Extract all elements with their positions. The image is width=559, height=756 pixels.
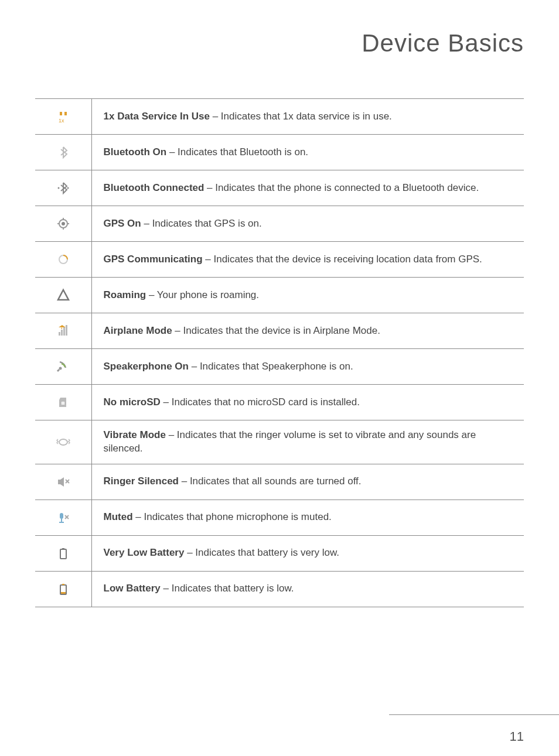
table-row: 1x Data Service In Use – Indicates that … [35,99,524,135]
term-description: Indicates that 1x data service is in use… [221,111,392,122]
icon-cell [35,420,91,464]
term-label: No microSD [104,396,161,408]
term-description: Indicates that all sounds are turned off… [190,476,362,487]
description-cell: Bluetooth On – Indicates that Bluetooth … [91,135,524,170]
icon-cell [35,278,91,313]
description-cell: Airplane Mode – Indicates that the devic… [91,313,524,349]
term-label: Muted [104,511,133,522]
icon-cell [35,500,91,535]
data-1x-icon [54,107,73,126]
no-microsd-icon [54,393,73,412]
page-number: 11 [510,729,524,744]
table-row: Vibrate Mode – Indicates that the ringer… [35,420,524,464]
term-label: Airplane Mode [104,325,172,336]
term-description: Indicates that GPS is on. [152,218,262,229]
description-cell: Very Low Battery – Indicates that batter… [91,535,524,571]
description-cell: 1x Data Service In Use – Indicates that … [91,99,524,135]
roaming-icon [54,286,73,305]
footer-line [389,714,559,715]
description-cell: Muted – Indicates that phone microphone … [91,500,524,535]
vibrate-icon [54,433,73,451]
term-label: Very Low Battery [104,547,185,558]
icon-cell [35,385,91,420]
icon-cell [35,464,91,500]
table-row: Roaming – Your phone is roaming. [35,278,524,313]
icon-cell [35,571,91,607]
icon-cell [35,170,91,206]
term-label: Roaming [104,289,146,300]
table-row: No microSD – Indicates that no microSD c… [35,385,524,420]
term-label: Bluetooth Connected [104,182,204,193]
term-label: GPS Communicating [104,254,203,265]
term-description: Indicates that battery is low. [172,583,294,594]
term-description: Indicates that Bluetooth is on. [178,146,308,158]
table-row: Very Low Battery – Indicates that batter… [35,535,524,571]
term-label: 1x Data Service In Use [104,111,210,122]
term-description: Indicates that the device is receiving l… [213,254,482,265]
description-cell: Bluetooth Connected – Indicates that the… [91,170,524,206]
low-battery-icon [54,580,73,598]
table-row: Speakerphone On – Indicates that Speaker… [35,349,524,385]
icon-cell [35,313,91,349]
description-cell: Speakerphone On – Indicates that Speaker… [91,349,524,385]
ringer-silenced-icon [54,473,73,491]
term-description: Indicates that no microSD card is instal… [172,396,360,408]
term-label: Vibrate Mode [104,429,166,440]
very-low-battery-icon [54,544,73,563]
page-title: Device Basics [0,0,559,57]
status-icon-table: 1x Data Service In Use – Indicates that … [35,98,524,607]
description-cell: Low Battery – Indicates that battery is … [91,571,524,607]
term-label: Bluetooth On [104,146,167,158]
term-label: Low Battery [104,583,161,594]
table-row: GPS On – Indicates that GPS is on. [35,206,524,242]
bluetooth-icon [54,143,73,162]
icon-cell [35,535,91,571]
term-description: Your phone is roaming. [157,289,259,300]
description-cell: Roaming – Your phone is roaming. [91,278,524,313]
description-cell: Vibrate Mode – Indicates that the ringer… [91,420,524,464]
gps-communicating-icon [54,250,73,269]
term-label: Speakerphone On [104,361,189,372]
table-row: Low Battery – Indicates that battery is … [35,571,524,607]
icon-cell [35,242,91,278]
description-cell: Ringer Silenced – Indicates that all sou… [91,464,524,500]
muted-icon [54,508,73,527]
table-row: Ringer Silenced – Indicates that all sou… [35,464,524,500]
term-description: Indicates that the phone is connected to… [215,182,479,193]
term-description: Indicates that battery is very low. [195,547,339,558]
airplane-mode-icon [54,321,73,340]
icon-cell [35,206,91,242]
term-description: Indicates that Speakerphone is on. [200,361,353,372]
term-description: Indicates that phone microphone is muted… [144,511,331,522]
gps-on-icon [54,214,73,233]
term-label: Ringer Silenced [104,476,179,487]
table-row: Airplane Mode – Indicates that the devic… [35,313,524,349]
table-row: GPS Communicating – Indicates that the d… [35,242,524,278]
speakerphone-icon [54,357,73,376]
icon-cell [35,349,91,385]
icon-cell [35,135,91,170]
bluetooth-connected-icon [54,179,73,197]
table-row: Bluetooth Connected – Indicates that the… [35,170,524,206]
table-row: Muted – Indicates that phone microphone … [35,500,524,535]
term-label: GPS On [104,218,141,229]
icon-cell [35,99,91,135]
description-cell: No microSD – Indicates that no microSD c… [91,385,524,420]
description-cell: GPS Communicating – Indicates that the d… [91,242,524,278]
description-cell: GPS On – Indicates that GPS is on. [91,206,524,242]
table-row: Bluetooth On – Indicates that Bluetooth … [35,135,524,170]
term-description: Indicates that the device is in Airplane… [183,325,380,336]
